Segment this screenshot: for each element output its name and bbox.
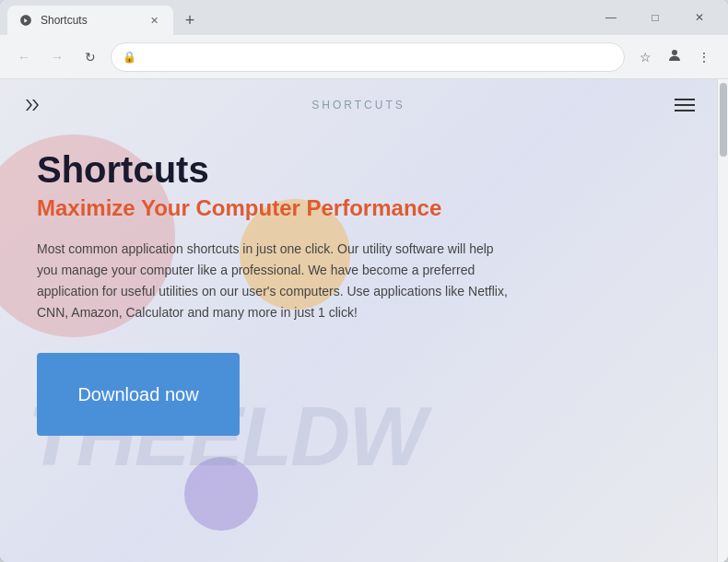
site-wrapper: THEELDW SHORTCUTS (0, 79, 717, 540)
scrollbar[interactable] (717, 79, 728, 562)
hamburger-line-3 (675, 110, 695, 111)
new-tab-button[interactable]: + (177, 7, 203, 33)
back-button[interactable]: ← (11, 44, 37, 70)
hero-subtitle: Maximize Your Computer Performance (37, 195, 680, 222)
lock-icon: 🔒 (123, 51, 136, 64)
maximize-button[interactable]: □ (634, 6, 676, 29)
page-content: THEELDW SHORTCUTS (0, 79, 728, 562)
forward-button[interactable]: → (44, 44, 70, 70)
logo-icon (22, 94, 44, 116)
svg-point-0 (672, 50, 677, 55)
browser-tab[interactable]: Shortcuts ✕ (7, 6, 173, 35)
address-actions: ☆ ⋮ (632, 44, 717, 70)
hamburger-line-1 (675, 99, 695, 100)
menu-button[interactable]: ⋮ (691, 44, 717, 70)
window-controls: — □ ✕ (590, 6, 721, 29)
hamburger-line-2 (675, 104, 695, 106)
profile-button[interactable] (662, 44, 687, 70)
close-button[interactable]: ✕ (678, 6, 721, 29)
minimize-button[interactable]: — (590, 6, 632, 29)
hero-section: Shortcuts Maximize Your Computer Perform… (0, 131, 717, 473)
tab-favicon (18, 13, 33, 28)
address-bar: ← → ↻ 🔒 ☆ ⋮ (0, 35, 728, 79)
bookmark-button[interactable]: ☆ (632, 44, 658, 70)
page-body: THEELDW SHORTCUTS (0, 79, 717, 562)
site-nav-title: SHORTCUTS (311, 99, 405, 111)
hamburger-menu[interactable] (675, 99, 695, 111)
site-nav: SHORTCUTS (0, 79, 717, 131)
scrollbar-thumb[interactable] (720, 83, 727, 157)
browser-window: Shortcuts ✕ + — □ ✕ ← → ↻ 🔒 ☆ (0, 0, 728, 562)
title-bar: Shortcuts ✕ + — □ ✕ (0, 0, 728, 35)
tab-close-button[interactable]: ✕ (146, 12, 162, 29)
hero-title: Shortcuts (37, 149, 680, 190)
site-logo (22, 94, 44, 116)
profile-icon (666, 47, 683, 66)
download-button[interactable]: Download now (37, 353, 240, 436)
hero-description: Most common application shortcuts in jus… (37, 239, 516, 323)
tab-title: Shortcuts (41, 14, 138, 27)
address-input[interactable]: 🔒 (111, 42, 625, 72)
reload-button[interactable]: ↻ (77, 44, 103, 70)
